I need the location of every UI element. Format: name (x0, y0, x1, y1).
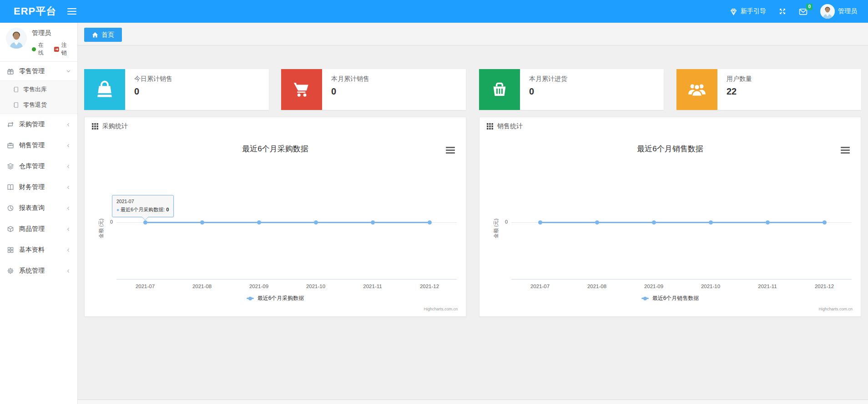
notebook-icon (13, 86, 19, 93)
sidebar-user-panel: 管理员 在线 注销 (0, 23, 77, 62)
th-icon (92, 123, 98, 130)
erp-dashboard: ERP平台 新手引导 (0, 0, 868, 404)
sidebar-item-purchase[interactable]: 采购管理 (0, 114, 77, 135)
chart-plot-area: 2021-072021-082021-092021-102021-112021-… (92, 135, 459, 316)
grid-icon (7, 246, 14, 254)
sidebar-item-goods[interactable]: 商品管理 (0, 219, 77, 239)
stat-label: 今日累计销售 (134, 75, 172, 83)
sales-stats-panel: 销售统计 最近6个月销售数据 0 金额 (元) 2021-072021-0820… (479, 117, 861, 317)
logout-link[interactable]: 注销 (54, 41, 72, 57)
sidebar-item-sales[interactable]: 销售管理 (0, 135, 77, 156)
online-status-dot (32, 47, 36, 51)
sidebar-item-warehouse[interactable]: 仓库管理 (0, 156, 77, 177)
sidebar: 管理员 在线 注销 零售管理 (0, 23, 78, 404)
bag-icon (84, 69, 125, 110)
chevron-left-icon (66, 121, 71, 128)
users-icon (676, 69, 717, 110)
avatar (6, 28, 27, 49)
sidebar-toggle-icon[interactable] (67, 6, 76, 16)
book-icon (7, 184, 14, 191)
cart-icon (281, 69, 322, 110)
home-icon (92, 32, 98, 38)
chart-legend[interactable]: 最近6个月销售数据 (487, 294, 853, 302)
stat-label: 本月累计销售 (331, 75, 369, 83)
chevron-left-icon (66, 226, 71, 232)
stat-card-month-purchase: 本月累计进货 0 (479, 69, 664, 110)
sales-chart: 最近6个月销售数据 0 金额 (元) 2021-072021-082021-09… (487, 135, 853, 316)
legend-marker (641, 298, 649, 299)
highcharts-credits-link[interactable]: Highcharts.com.cn (818, 307, 853, 311)
panel-title: 采购统计 (102, 122, 128, 130)
stat-card-month-sales: 本月累计销售 0 (281, 69, 466, 110)
th-icon (487, 123, 493, 130)
sidebar-item-system[interactable]: 系统管理 (0, 260, 77, 281)
gift-icon (7, 68, 14, 75)
fullscreen-icon (779, 8, 786, 15)
sidebar-item-basic-data[interactable]: 基本资料 (0, 239, 77, 260)
stat-label: 本月累计进货 (529, 75, 567, 83)
messages-button[interactable]: 0 (799, 8, 807, 15)
top-navbar: ERP平台 新手引导 (0, 0, 868, 23)
navbar-right: 新手引导 0 (730, 4, 868, 19)
chevron-left-icon (66, 205, 71, 211)
sidebar-item-retail-return[interactable]: 零售退货 (0, 97, 77, 113)
fullscreen-button[interactable] (779, 8, 786, 15)
stat-card-today-sales: 今日累计销售 0 (84, 69, 269, 110)
guide-label: 新手引导 (741, 7, 766, 15)
tab-strip: 首页 (78, 23, 868, 45)
sidebar-item-reports[interactable]: 报表查询 (0, 198, 77, 219)
chevron-left-icon (66, 142, 71, 149)
footer-divider (78, 399, 868, 404)
sidebar-item-retail[interactable]: 零售管理 (0, 62, 77, 81)
stat-label: 用户数量 (727, 75, 752, 83)
basket-icon (479, 69, 520, 110)
sidebar-item-retail-outbound[interactable]: 零售出库 (0, 82, 77, 97)
tab-home[interactable]: 首页 (84, 28, 122, 42)
stat-card-user-count: 用户数量 22 (676, 69, 861, 110)
online-status-label: 在线 (38, 41, 49, 57)
mail-badge: 0 (806, 4, 812, 10)
avatar (820, 4, 835, 19)
stat-value: 0 (134, 86, 172, 97)
purchase-stats-panel: 采购统计 最近6个月采购数据 0 金额 (元) 2021-072021-0820… (84, 117, 466, 317)
pie-clock-icon (7, 204, 14, 212)
sidebar-item-finance[interactable]: 财务管理 (0, 177, 77, 198)
guide-button[interactable]: 新手引导 (730, 7, 766, 15)
chart-tooltip: 2021-07 ●最近6个月采购数据: 0 (112, 195, 174, 217)
series-marker-dot: ● (116, 207, 119, 212)
gem-icon (730, 8, 737, 15)
briefcase-icon (7, 142, 14, 149)
notebook-icon (13, 102, 19, 108)
legend-marker (247, 298, 254, 299)
main-content: 首页 今日累计销售 0 (78, 23, 868, 404)
sidebar-username: 管理员 (32, 29, 72, 37)
box-icon (7, 225, 14, 233)
panel-title: 销售统计 (497, 122, 523, 130)
chevron-left-icon (66, 268, 71, 274)
logout-icon (54, 46, 60, 52)
chart-plot-area: 2021-072021-082021-092021-102021-112021-… (487, 135, 853, 316)
chart-legend[interactable]: 最近6个月采购数据 (92, 294, 459, 302)
username: 管理员 (838, 7, 857, 15)
stat-value: 22 (727, 86, 752, 97)
chevron-left-icon (66, 184, 71, 190)
gear-icon (7, 267, 14, 274)
chevron-left-icon (66, 247, 71, 253)
highcharts-credits-link[interactable]: Highcharts.com.cn (424, 307, 458, 311)
repeat-icon (7, 121, 14, 128)
chevron-down-icon (66, 68, 71, 75)
purchase-chart: 最近6个月采购数据 0 金额 (元) 2021-072021-082021-09… (92, 135, 459, 316)
user-menu[interactable]: 管理员 (820, 4, 857, 19)
sidebar-menu: 零售管理 零售出库 零售退货 (0, 62, 77, 281)
app-logo: ERP平台 (0, 5, 56, 18)
chevron-left-icon (66, 163, 71, 170)
stat-value: 0 (331, 86, 369, 97)
stat-value: 0 (529, 86, 567, 97)
retail-submenu: 零售出库 零售退货 (0, 81, 77, 114)
layers-icon (7, 163, 14, 170)
